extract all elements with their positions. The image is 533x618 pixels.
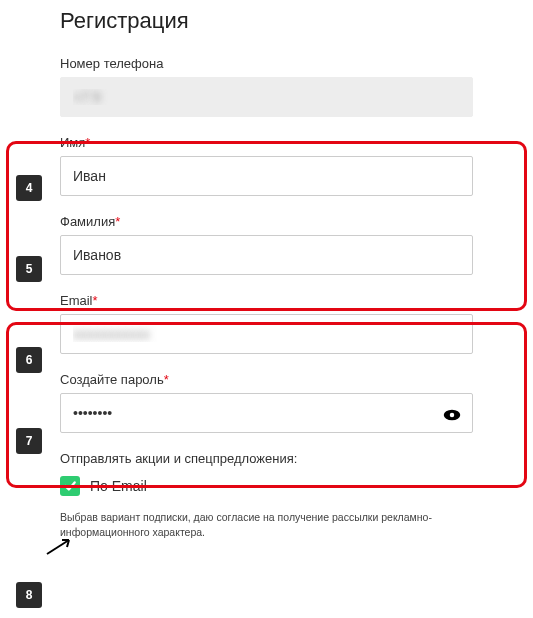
svg-point-1 [450,413,455,418]
phone-group: Номер телефона [60,56,473,117]
firstname-group: Имя* [60,135,473,196]
password-label: Создайте пароль* [60,372,473,387]
lastname-label: Фамилия* [60,214,473,229]
password-group: Создайте пароль* [60,372,473,433]
firstname-label: Имя* [60,135,473,150]
lastname-input[interactable] [60,235,473,275]
password-input[interactable] [60,393,473,433]
phone-label: Номер телефона [60,56,473,71]
phone-input [60,77,473,117]
disclaimer-text: Выбрав вариант подписки, даю согласие на… [60,510,473,539]
eye-icon[interactable] [443,407,461,419]
firstname-input[interactable] [60,156,473,196]
subscribe-email-row[interactable]: По Email [60,476,473,496]
subscribe-email-label: По Email [90,478,147,494]
annotation-marker-8: 8 [16,582,42,608]
email-group: Email* [60,293,473,354]
checkbox-checked-icon[interactable] [60,476,80,496]
page-title: Регистрация [60,8,473,34]
email-input[interactable] [60,314,473,354]
email-label: Email* [60,293,473,308]
subscribe-heading: Отправлять акции и спецпредложения: [60,451,473,466]
registration-form: Регистрация Номер телефона Имя* Фамилия*… [0,0,533,539]
lastname-group: Фамилия* [60,214,473,275]
